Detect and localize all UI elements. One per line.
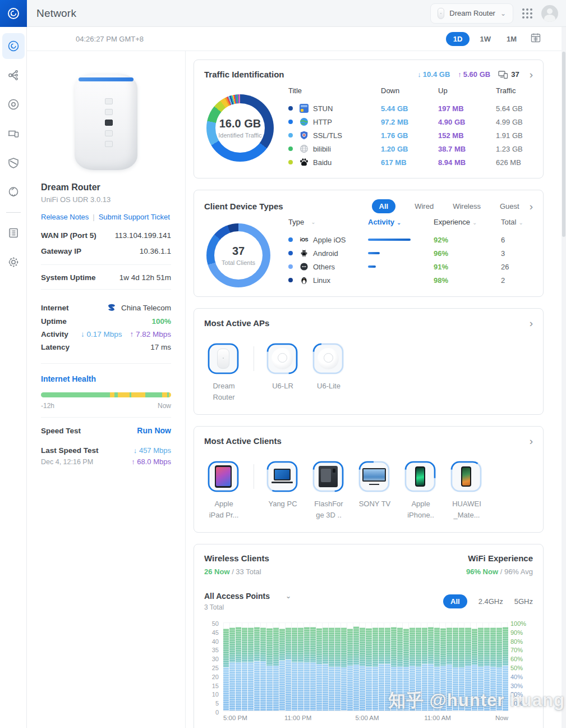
- tab-wireless[interactable]: Wireless: [453, 202, 481, 210]
- active-clients-card-open-icon[interactable]: ›: [530, 436, 533, 446]
- traffic-total-value: 1.91 GB: [496, 131, 533, 140]
- health-segment: [145, 392, 162, 397]
- u6-device-image: [317, 348, 339, 369]
- internet-health-section: Internet Health -12h Now: [41, 363, 171, 417]
- laptop-device-image: [272, 469, 293, 484]
- experience-value: 91%: [434, 263, 501, 271]
- unifi-logo[interactable]: [0, 0, 27, 27]
- tab-wired[interactable]: Wired: [415, 202, 434, 210]
- traffic-row-title: bilibili: [288, 144, 381, 153]
- ap-tile-box[interactable]: [208, 343, 239, 374]
- chart-column: [298, 622, 303, 711]
- traffic-up-total: ↑5.60 GB: [458, 70, 490, 79]
- experience-value: 92%: [434, 236, 501, 244]
- client-tile-box[interactable]: [208, 461, 239, 492]
- client-tile-box[interactable]: [404, 461, 436, 492]
- device-selector[interactable]: Dream Router ⌄: [430, 3, 513, 24]
- main-content: Traffic Identification ↓10.4 GB ↑5.60 GB…: [186, 51, 562, 728]
- unifi-devices-icon[interactable]: [2, 91, 25, 117]
- col-experience[interactable]: Experience⌄: [434, 218, 501, 226]
- run-now-button[interactable]: Run Now: [137, 426, 171, 435]
- chart-column: [409, 622, 415, 711]
- dashboard-icon[interactable]: [2, 33, 25, 59]
- clients-card-open-icon[interactable]: ›: [530, 201, 533, 212]
- user-avatar[interactable]: [541, 5, 558, 22]
- aps-card-open-icon[interactable]: ›: [530, 318, 533, 328]
- tab-all[interactable]: All: [372, 199, 396, 213]
- system-log-icon[interactable]: [2, 220, 25, 246]
- tab-guest[interactable]: Guest: [500, 202, 519, 210]
- ap-tile: Dream Router: [208, 343, 240, 402]
- topology-icon[interactable]: [2, 62, 25, 88]
- clients-icon[interactable]: [2, 121, 25, 146]
- up-arrow-icon: ↑: [130, 330, 134, 338]
- traffic-total-value: 1.23 GB: [496, 145, 533, 153]
- traffic-donut-chart: 16.0 GB Identified Traffic: [206, 94, 274, 162]
- client-tile-label: Apple iPad Pr...: [208, 498, 240, 520]
- range-tab-1d[interactable]: 1D: [446, 32, 470, 46]
- chart-column: [347, 622, 353, 711]
- client-tile-box[interactable]: [266, 461, 298, 492]
- chart-column: [236, 622, 241, 711]
- y-axis-tick: 10: [204, 691, 219, 698]
- scrollbar-thumb[interactable]: [562, 52, 565, 237]
- range-tab-1w[interactable]: 1W: [474, 32, 496, 46]
- total-value: 6: [501, 236, 533, 244]
- chart-column: [260, 622, 266, 711]
- ssl-icon: [300, 131, 309, 140]
- release-notes-link[interactable]: Release Notes: [41, 213, 89, 221]
- traffic-app-name: HTTP: [313, 118, 332, 126]
- traffic-donut-wrap: 16.0 GB Identified Traffic: [204, 86, 288, 169]
- identified-traffic-label: Identified Traffic: [218, 132, 261, 139]
- y-axis-tick: 35: [204, 647, 219, 653]
- total-clients-label: Total Clients: [222, 259, 255, 266]
- system-uptime-value: 1w 4d 12h 51m: [119, 273, 171, 282]
- chart-column: [434, 622, 440, 711]
- insights-icon[interactable]: [2, 179, 25, 205]
- band-tab-all[interactable]: All: [443, 594, 467, 608]
- device-panel: Dream Router UniFi OS UDR 3.0.13 Release…: [27, 51, 186, 728]
- client-type-row: Others91%26: [288, 260, 533, 273]
- current-time: 04:26:27 PM GMT+8: [76, 35, 144, 43]
- y-axis-tick: 45: [204, 629, 219, 636]
- chart-column: [279, 622, 285, 711]
- client-tile-box[interactable]: [450, 461, 482, 492]
- health-segment: [41, 392, 110, 397]
- others-icon: [300, 262, 309, 271]
- experience-value: 96%: [434, 249, 501, 258]
- health-bar-labels: -12h Now: [41, 402, 171, 410]
- security-icon[interactable]: [2, 150, 25, 176]
- col-activity[interactable]: Activity⌄: [368, 218, 434, 226]
- chart-column: [292, 622, 297, 711]
- calendar-icon[interactable]: [530, 32, 541, 45]
- y-axis-right-tick: 90%: [510, 629, 533, 636]
- support-ticket-link[interactable]: Submit Support Ticket: [99, 213, 170, 221]
- ap-tile-box[interactable]: [266, 343, 298, 374]
- ap-tile-box[interactable]: [312, 343, 344, 374]
- client-tile-box[interactable]: [312, 461, 344, 492]
- health-end-label: Now: [158, 402, 171, 410]
- client-tile-box[interactable]: [358, 461, 390, 492]
- chart-column: [453, 622, 458, 711]
- apps-grid-icon[interactable]: [522, 8, 532, 19]
- range-tab-1m[interactable]: 1M: [501, 32, 522, 46]
- wan-ip-label: WAN IP (Port 5): [41, 231, 96, 240]
- devices-icon: [498, 70, 508, 79]
- band-tab-5ghz[interactable]: 5GHz: [514, 597, 533, 606]
- top-bar: Network Dream Router ⌄: [27, 0, 566, 27]
- settings-icon[interactable]: [2, 249, 25, 275]
- topbar-actions: Dream Router ⌄: [430, 3, 558, 24]
- traffic-down-total: ↓10.4 GB: [417, 70, 450, 79]
- traffic-table: Title Down Up Traffic STUN5.44 GB197 MB5…: [288, 86, 533, 169]
- speed-test-label: Speed Test: [41, 427, 81, 435]
- band-tab-2.4ghz[interactable]: 2.4GHz: [478, 597, 503, 606]
- ap-filter-dropdown[interactable]: All Access Points⌄ 3 Total: [204, 592, 291, 611]
- y-axis-tick: 50: [204, 620, 219, 627]
- activity-bar: [368, 252, 434, 254]
- x-axis-label: 11:00 PM: [284, 715, 311, 721]
- col-type[interactable]: Type⌄: [288, 218, 368, 226]
- col-total[interactable]: Total⌄: [501, 218, 533, 226]
- chart-column: [385, 622, 390, 711]
- ap-filter-sub: 3 Total: [204, 603, 291, 611]
- traffic-card-open-icon[interactable]: ›: [530, 69, 533, 80]
